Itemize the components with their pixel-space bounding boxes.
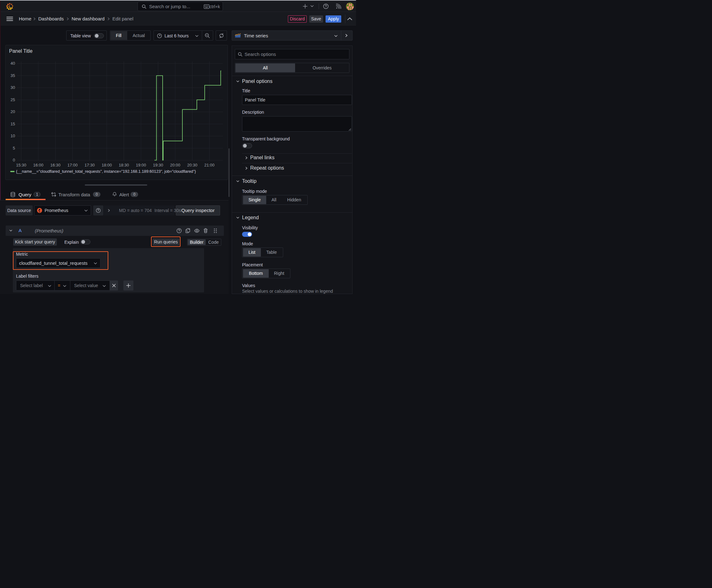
svg-text:0: 0 xyxy=(13,158,15,162)
svg-text:25: 25 xyxy=(11,97,15,102)
svg-text:17:30: 17:30 xyxy=(84,163,95,167)
svg-text:35: 35 xyxy=(11,73,15,78)
svg-text:19:30: 19:30 xyxy=(153,163,163,167)
svg-text:30: 30 xyxy=(11,85,15,90)
svg-text:16:00: 16:00 xyxy=(33,163,44,167)
svg-text:5: 5 xyxy=(13,146,15,150)
svg-text:15:30: 15:30 xyxy=(16,163,26,167)
svg-text:16:30: 16:30 xyxy=(50,163,61,167)
svg-text:20:30: 20:30 xyxy=(187,163,197,167)
svg-text:10: 10 xyxy=(11,133,15,138)
svg-text:18:00: 18:00 xyxy=(102,163,112,167)
svg-text:20: 20 xyxy=(11,109,15,114)
svg-text:{__name__="cloudflared_tunnel_: {__name__="cloudflared_tunnel_total_requ… xyxy=(16,169,196,174)
svg-text:15: 15 xyxy=(11,122,15,126)
svg-text:19:00: 19:00 xyxy=(136,163,146,167)
svg-text:20:00: 20:00 xyxy=(170,163,180,167)
svg-text:17:00: 17:00 xyxy=(67,163,78,167)
svg-text:18:30: 18:30 xyxy=(118,163,129,167)
svg-text:21:00: 21:00 xyxy=(204,163,215,167)
svg-text:40: 40 xyxy=(11,61,15,66)
